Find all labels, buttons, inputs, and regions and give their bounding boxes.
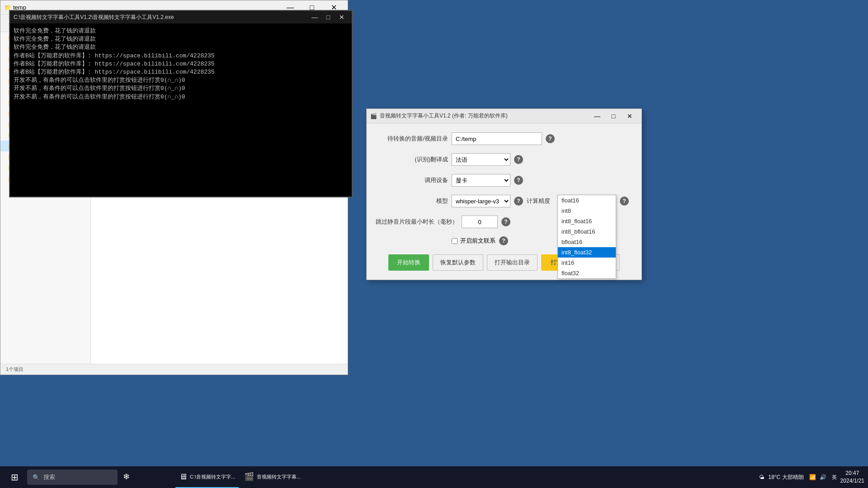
cmd-line-9: 开发不易，有条件的可以点击软件里的打赏按钮进行打赏0(∩_∩)0 — [14, 93, 348, 101]
app-title-container: 🎬 音视频转文字字幕小工具V1.2 (作者: 万能君的软件库) — [370, 112, 508, 120]
cmd-minimize[interactable]: — — [308, 12, 321, 23]
device-row: 调用设备 显卡 CPU ? — [376, 174, 632, 187]
volume-icon[interactable]: 🔊 — [820, 474, 826, 480]
cmd-window: C:\音视频转文字字幕小工具V1.2\音视频转文字字幕小工具V1.2.exe —… — [9, 10, 353, 197]
taskbar-app-cmd-label: C:\音视频转文字字... — [190, 474, 235, 480]
precision-option-int8-float32[interactable]: int8_float32 — [558, 247, 616, 258]
translate-help-icon[interactable]: ? — [514, 155, 523, 164]
precision-label: 计算精度 — [527, 197, 554, 205]
app-controls: — □ ✕ — [589, 110, 638, 122]
device-select[interactable]: 显卡 CPU — [452, 174, 510, 187]
model-precision-row: 模型 whisper-tiny whisper-base whisper-sma… — [376, 195, 632, 207]
context-checkbox[interactable] — [452, 238, 458, 244]
cmd-line-4: 作者B站【万能君的软件库】: https://space.bilibili.co… — [14, 52, 348, 60]
translate-select[interactable]: 中文(简体) 中文(繁体) 英语 法语 日语 韩语 — [452, 153, 510, 166]
snowflake-icon: ❄ — [123, 472, 130, 482]
language-icons: 英 — [832, 474, 837, 481]
taskbar-date-text: 2024/1/21 — [840, 477, 864, 485]
cmd-content: 软件完全免费，花了钱的请退款 软件完全免费，花了钱的请退款 软件完全免费，花了钱… — [10, 23, 352, 197]
precision-option-bfloat16[interactable]: bfloat16 — [558, 237, 616, 247]
app-minimize-button[interactable]: — — [589, 110, 605, 122]
cmd-line-1: 软件完全免费，花了钱的请退款 — [14, 27, 348, 35]
status-text: 1个项目 — [6, 366, 24, 373]
precision-option-int8[interactable]: int8 — [558, 206, 616, 216]
taskbar-app-converter-label: 音视频转文字字幕... — [257, 474, 301, 480]
app-window: 🎬 音视频转文字字幕小工具V1.2 (作者: 万能君的软件库) — □ ✕ 待转… — [366, 108, 642, 280]
silence-help-icon[interactable]: ? — [501, 217, 510, 226]
precision-option-int8-float16[interactable]: int8_float16 — [558, 216, 616, 226]
model-label: 模型 — [376, 197, 448, 205]
cmd-controls: — □ ✕ — [308, 12, 348, 23]
context-help-icon[interactable]: ? — [499, 236, 508, 245]
ime-icon[interactable]: 英 — [832, 474, 837, 481]
dir-label: 待转换的音频/视频目录 — [376, 135, 448, 143]
reset-button[interactable]: 恢复默认参数 — [433, 254, 483, 271]
start-icon: ⊞ — [11, 472, 19, 483]
silence-input[interactable] — [462, 216, 498, 228]
converter-icon: 🎬 — [244, 472, 254, 482]
cmd-line-7: 开发不易，有条件的可以点击软件里的打赏按钮进行打赏0(∩_∩)0 — [14, 76, 348, 84]
cmd-line-3: 软件完全免费，花了钱的请退款 — [14, 43, 348, 52]
dir-row: 待转换的音频/视频目录 ? — [376, 132, 632, 145]
silence-label: 跳过静音片段最小时长（毫秒） — [376, 218, 458, 226]
app-maximize-button[interactable]: □ — [605, 110, 622, 122]
cmd-titlebar: C:\音视频转文字字幕小工具V1.2\音视频转文字字幕小工具V1.2.exe —… — [10, 11, 352, 23]
device-label: 调用设备 — [376, 176, 448, 184]
taskbar-right: 🌤 18°C 大部晴朗 📶 🔊 英 20:47 2024/1/21 — [759, 469, 864, 485]
precision-help-icon[interactable]: ? — [620, 197, 629, 206]
status-bar: 1个项目 — [0, 364, 348, 375]
app-icon: 🎬 — [370, 113, 377, 119]
cmd-line-6: 作者B站【万能君的软件库】: https://space.bilibili.co… — [14, 68, 348, 76]
translate-label: (识别)翻译成 — [376, 155, 448, 164]
taskbar-app-cmd[interactable]: 🖥 C:\音视频转文字字... — [175, 466, 239, 488]
cmd-line-8: 开发不易，有条件的可以点击软件里的打赏按钮进行打赏0(∩_∩)0 — [14, 84, 348, 93]
search-icon: 🔍 — [33, 474, 40, 481]
taskbar-search[interactable]: 🔍 搜索 — [27, 469, 118, 485]
taskbar-time-text: 20:47 — [840, 469, 864, 477]
dir-help-icon[interactable]: ? — [546, 134, 555, 143]
cmd-line-2: 软件完全免费，花了钱的请退款 — [14, 35, 348, 43]
output-button[interactable]: 打开输出目录 — [487, 254, 538, 271]
translate-row: (识别)翻译成 中文(简体) 中文(繁体) 英语 法语 日语 韩语 ? — [376, 153, 632, 166]
precision-dropdown-container: float16 int8 int8_float16 int8_bfloat16 … — [557, 195, 616, 207]
dir-input[interactable] — [452, 132, 542, 145]
precision-option-int16[interactable]: int16 — [558, 258, 616, 268]
app-title-text: 音视频转文字字幕小工具V1.2 (作者: 万能君的软件库) — [380, 112, 508, 120]
device-help-icon[interactable]: ? — [514, 176, 523, 185]
weather-icon: 🌤 — [759, 474, 764, 480]
model-help-icon[interactable]: ? — [514, 197, 523, 206]
taskbar-app-converter[interactable]: 🎬 音视频转文字字幕... — [241, 466, 304, 488]
cmd-icon: 🖥 — [179, 472, 187, 482]
weather-text: 18°C 大部晴朗 — [768, 474, 803, 481]
precision-option-float16[interactable]: float16 — [558, 195, 616, 206]
start-button[interactable]: 开始转换 — [388, 254, 429, 271]
app-close-button[interactable]: ✕ — [622, 110, 638, 122]
precision-option-float32[interactable]: float32 — [558, 268, 616, 278]
taskbar-clock[interactable]: 20:47 2024/1/21 — [840, 469, 864, 485]
cmd-title: C:\音视频转文字字幕小工具V1.2\音视频转文字字幕小工具V1.2.exe — [14, 14, 174, 21]
taskbar-system-icons: 📶 🔊 — [807, 474, 828, 480]
network-icon[interactable]: 📶 — [809, 474, 816, 480]
context-label-text: 开启前文联系 — [460, 237, 495, 245]
precision-option-int8-bfloat16[interactable]: int8_bfloat16 — [558, 226, 616, 237]
app-body: 待转换的音频/视频目录 ? (识别)翻译成 中文(简体) 中文(繁体) 英语 法… — [367, 123, 642, 280]
precision-dropdown-menu: float16 int8 int8_float16 int8_bfloat16 … — [557, 195, 616, 279]
model-select[interactable]: whisper-tiny whisper-base whisper-small … — [452, 195, 510, 207]
taskbar-app-snowflake[interactable]: ❄ — [119, 466, 174, 488]
cmd-line-5: 作者B站【万能君的软件库】: https://space.bilibili.co… — [14, 60, 348, 68]
app-titlebar: 🎬 音视频转文字字幕小工具V1.2 (作者: 万能君的软件库) — □ ✕ — [367, 109, 642, 123]
taskbar-search-text: 搜索 — [43, 473, 55, 481]
taskbar: ⊞ 🔍 搜索 ❄ 🖥 C:\音视频转文字字... 🎬 音视频转文字字幕... 🌤… — [0, 466, 868, 488]
cmd-close[interactable]: ✕ — [335, 12, 348, 23]
start-button[interactable]: ⊞ — [4, 466, 25, 488]
context-label[interactable]: 开启前文联系 — [452, 237, 495, 245]
cmd-maximize[interactable]: □ — [322, 12, 335, 23]
